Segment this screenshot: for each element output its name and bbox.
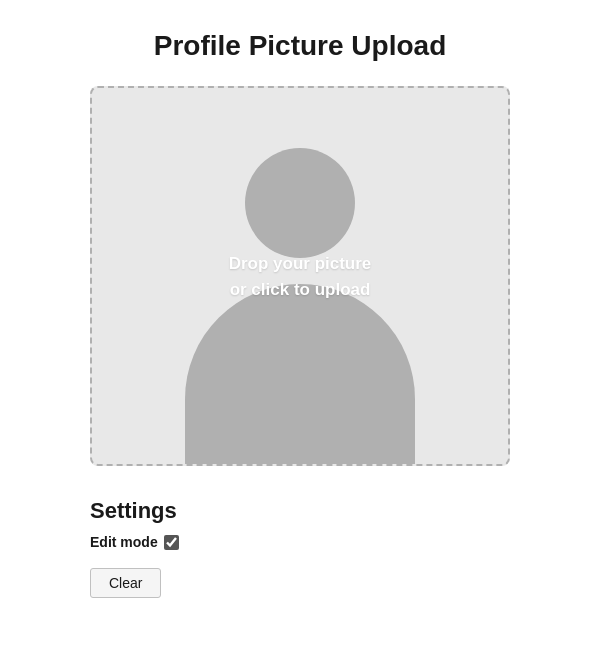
settings-title: Settings [90,498,177,524]
edit-mode-checkbox[interactable] [164,535,179,550]
edit-mode-label: Edit mode [90,534,158,550]
settings-section: Settings Edit mode Clear [90,498,510,598]
avatar-body [185,284,415,464]
clear-button[interactable]: Clear [90,568,161,598]
avatar-placeholder [92,88,508,464]
upload-dropzone[interactable]: Drop your picture or click to upload [90,86,510,466]
page-title: Profile Picture Upload [154,30,447,62]
edit-mode-row: Edit mode [90,534,179,550]
avatar-head [245,148,355,258]
